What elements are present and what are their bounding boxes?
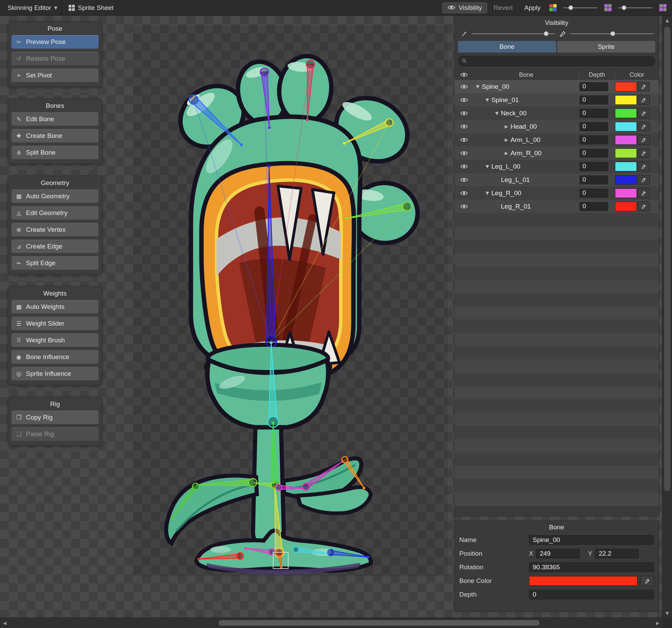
sprite-influence-button[interactable]: ◎Sprite Influence bbox=[11, 367, 99, 381]
skinning-editor-dropdown[interactable]: Skinning Editor ▼ bbox=[3, 0, 62, 15]
row-visibility-eye-icon[interactable] bbox=[454, 151, 474, 156]
horizontal-scroll-thumb[interactable] bbox=[219, 620, 540, 626]
scroll-up-arrow[interactable]: ▲ bbox=[662, 15, 672, 25]
depth-input[interactable] bbox=[579, 162, 608, 171]
eyedropper-icon[interactable] bbox=[638, 188, 650, 198]
auto-geometry-button[interactable]: ▦Auto Geometry bbox=[11, 189, 99, 203]
eyedropper-icon[interactable] bbox=[638, 135, 650, 145]
depth-input[interactable] bbox=[579, 109, 608, 118]
eyedropper-icon[interactable] bbox=[638, 109, 650, 118]
tab-bone[interactable]: Bone bbox=[458, 41, 556, 53]
visibility-toggle-button[interactable]: Visibility bbox=[443, 3, 487, 13]
bone-opacity-slider[interactable] bbox=[472, 30, 555, 37]
bone-color-field[interactable] bbox=[529, 576, 638, 586]
search-input[interactable] bbox=[469, 57, 652, 65]
row-visibility-eye-icon[interactable] bbox=[454, 84, 474, 89]
row-visibility-eye-icon[interactable] bbox=[454, 177, 474, 182]
expander-icon[interactable]: ▼ bbox=[493, 111, 501, 116]
vertical-scrollbar[interactable]: ▲ ▼ bbox=[662, 15, 672, 618]
set-pivot-button[interactable]: ⌖Set Pivot bbox=[11, 69, 99, 82]
depth-input[interactable] bbox=[579, 175, 608, 184]
bone-table-row-head_00[interactable]: ▶Head_00 bbox=[454, 120, 659, 133]
bone-color-swatch[interactable] bbox=[615, 122, 637, 131]
slider-knob[interactable] bbox=[611, 31, 615, 36]
expander-icon[interactable]: ▼ bbox=[474, 84, 482, 89]
panel-resize-grip[interactable] bbox=[16, 388, 94, 391]
weight-brush-button[interactable]: ⠿Weight Brush bbox=[11, 333, 99, 347]
row-visibility-eye-icon[interactable] bbox=[454, 138, 474, 142]
eyedropper-icon[interactable] bbox=[640, 576, 654, 586]
copy-rig-button[interactable]: ❐Copy Rig bbox=[11, 411, 99, 424]
preview-pose-button[interactable]: ✂Preview Pose bbox=[11, 35, 99, 49]
sprite-sheet-button[interactable]: Sprite Sheet bbox=[64, 3, 118, 13]
slider-knob[interactable] bbox=[569, 5, 573, 10]
split-bone-button[interactable]: ⋔Split Bone bbox=[11, 146, 99, 159]
expander-icon[interactable]: ▼ bbox=[483, 164, 491, 169]
bone-table-row-arm_l_00[interactable]: ▶Arm_L_00 bbox=[454, 133, 659, 146]
header-eye-icon[interactable] bbox=[454, 72, 474, 77]
panel-resize-grip[interactable] bbox=[16, 277, 94, 281]
rotation-input[interactable] bbox=[529, 562, 654, 572]
slider-knob[interactable] bbox=[622, 5, 626, 10]
bone-opacity-toolbar-slider[interactable] bbox=[563, 4, 598, 11]
position-x-input[interactable] bbox=[536, 549, 580, 558]
depth-input[interactable] bbox=[579, 96, 608, 104]
sprite-opacity-toolbar-slider[interactable] bbox=[618, 4, 653, 11]
expander-icon[interactable]: ▶ bbox=[502, 137, 510, 142]
eyedropper-icon[interactable] bbox=[638, 82, 650, 91]
checker-icon[interactable] bbox=[659, 4, 667, 11]
bone-table-row-spine_00[interactable]: ▼Spine_00 bbox=[454, 80, 659, 93]
depth-input[interactable] bbox=[579, 189, 608, 198]
eyedropper-icon[interactable] bbox=[638, 95, 650, 105]
expander-icon[interactable]: ▶ bbox=[502, 151, 510, 156]
bone-color-swatch[interactable] bbox=[615, 148, 637, 158]
horizontal-scrollbar[interactable]: ◀ ▶ bbox=[0, 617, 662, 628]
create-bone-button[interactable]: ✚Create Bone bbox=[11, 129, 99, 143]
edit-geometry-button[interactable]: ◬Edit Geometry bbox=[11, 206, 99, 220]
bone-table-row-leg_l_00[interactable]: ▼Leg_L_00 bbox=[454, 160, 659, 173]
bone-search-box[interactable] bbox=[458, 56, 655, 66]
depth-input[interactable] bbox=[579, 149, 608, 158]
auto-weights-button[interactable]: ▩Auto Weights bbox=[11, 300, 99, 314]
eyedropper-icon[interactable] bbox=[638, 202, 650, 211]
row-visibility-eye-icon[interactable] bbox=[454, 191, 474, 196]
bone-color-swatch[interactable] bbox=[615, 202, 637, 211]
row-visibility-eye-icon[interactable] bbox=[454, 111, 474, 116]
tab-sprite[interactable]: Sprite bbox=[557, 41, 656, 53]
bone-color-swatch[interactable] bbox=[615, 188, 637, 198]
bone-table-row-leg_r_00[interactable]: ▼Leg_R_00 bbox=[454, 186, 659, 200]
scroll-down-arrow[interactable]: ▼ bbox=[662, 608, 672, 618]
panel-resize-grip[interactable] bbox=[16, 90, 94, 93]
apply-button[interactable]: Apply bbox=[519, 3, 545, 13]
bone-influence-button[interactable]: ◉Bone Influence bbox=[11, 350, 99, 364]
eyedropper-icon[interactable] bbox=[638, 122, 650, 131]
bone-table-row-neck_00[interactable]: ▼Neck_00 bbox=[454, 106, 659, 120]
eyedropper-icon[interactable] bbox=[638, 175, 650, 185]
depth-input[interactable] bbox=[579, 82, 608, 91]
mesh-opacity-slider[interactable] bbox=[571, 30, 654, 37]
vertical-scroll-thumb[interactable] bbox=[664, 27, 670, 491]
weight-slider-button[interactable]: ☰Weight Slider bbox=[11, 317, 99, 330]
bone-color-swatch[interactable] bbox=[615, 109, 637, 118]
bone-table-row-leg_r_01[interactable]: Leg_R_01 bbox=[454, 200, 659, 213]
sprite-alpha-icon[interactable] bbox=[604, 4, 612, 11]
bone-table-row-leg_l_01[interactable]: Leg_L_01 bbox=[454, 173, 659, 186]
row-visibility-eye-icon[interactable] bbox=[454, 164, 474, 169]
expander-icon[interactable]: ▶ bbox=[502, 124, 510, 129]
panel-resize-grip[interactable] bbox=[16, 448, 94, 452]
row-visibility-eye-icon[interactable] bbox=[454, 124, 474, 129]
depth-input[interactable] bbox=[529, 590, 654, 599]
bone-table-row-spine_01[interactable]: ▼Spine_01 bbox=[454, 93, 659, 106]
row-visibility-eye-icon[interactable] bbox=[454, 98, 474, 102]
depth-input[interactable] bbox=[579, 202, 608, 211]
depth-input[interactable] bbox=[579, 122, 608, 131]
row-visibility-eye-icon[interactable] bbox=[454, 204, 474, 209]
depth-input[interactable] bbox=[579, 135, 608, 144]
position-y-input[interactable] bbox=[595, 549, 639, 558]
scroll-left-arrow[interactable]: ◀ bbox=[0, 618, 10, 628]
expander-icon[interactable]: ▼ bbox=[483, 190, 491, 196]
eyedropper-icon[interactable] bbox=[638, 148, 650, 158]
panel-resize-grip[interactable] bbox=[16, 167, 94, 170]
split-edge-button[interactable]: ✁Split Edge bbox=[11, 256, 99, 270]
create-edge-button[interactable]: ⊿Create Edge bbox=[11, 240, 99, 253]
